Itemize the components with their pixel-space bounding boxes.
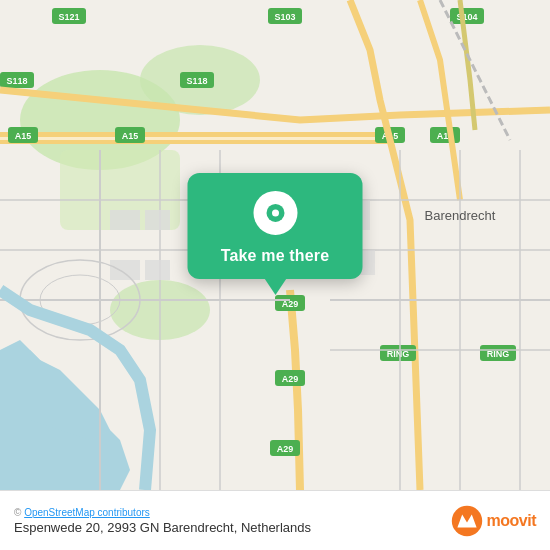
- svg-rect-54: [145, 260, 170, 280]
- location-popup[interactable]: Take me there: [188, 173, 363, 279]
- svg-text:S118: S118: [186, 76, 207, 86]
- svg-rect-51: [110, 210, 140, 230]
- svg-rect-52: [145, 210, 170, 230]
- svg-point-61: [451, 505, 481, 535]
- map-container: A15 A15 A15 A15 S121 S103 S104 S118 S118…: [0, 0, 550, 490]
- svg-text:A29: A29: [277, 444, 294, 454]
- svg-text:S121: S121: [58, 12, 79, 22]
- take-me-there-button[interactable]: Take me there: [221, 247, 330, 265]
- svg-text:A15: A15: [15, 131, 32, 141]
- svg-text:S118: S118: [6, 76, 27, 86]
- osm-credit: © OpenStreetMap contributors: [14, 507, 311, 518]
- bottom-info-bar: © OpenStreetMap contributors Espenwede 2…: [0, 490, 550, 550]
- moovit-logo[interactable]: moovit: [451, 505, 536, 537]
- svg-text:S103: S103: [274, 12, 295, 22]
- map-pin-icon: [253, 191, 297, 235]
- svg-text:Barendrecht: Barendrecht: [425, 208, 496, 223]
- svg-rect-9: [0, 137, 390, 140]
- address-text: Espenwede 20, 2993 GN Barendrecht, Nethe…: [14, 520, 311, 535]
- copyright-symbol: ©: [14, 507, 21, 518]
- svg-text:A29: A29: [282, 374, 299, 384]
- moovit-icon: [451, 505, 483, 537]
- moovit-wordmark: moovit: [487, 512, 536, 530]
- svg-rect-53: [110, 260, 140, 280]
- svg-text:A15: A15: [122, 131, 139, 141]
- osm-link[interactable]: OpenStreetMap contributors: [24, 507, 150, 518]
- address-section: © OpenStreetMap contributors Espenwede 2…: [14, 507, 311, 535]
- pin-inner: [266, 204, 284, 222]
